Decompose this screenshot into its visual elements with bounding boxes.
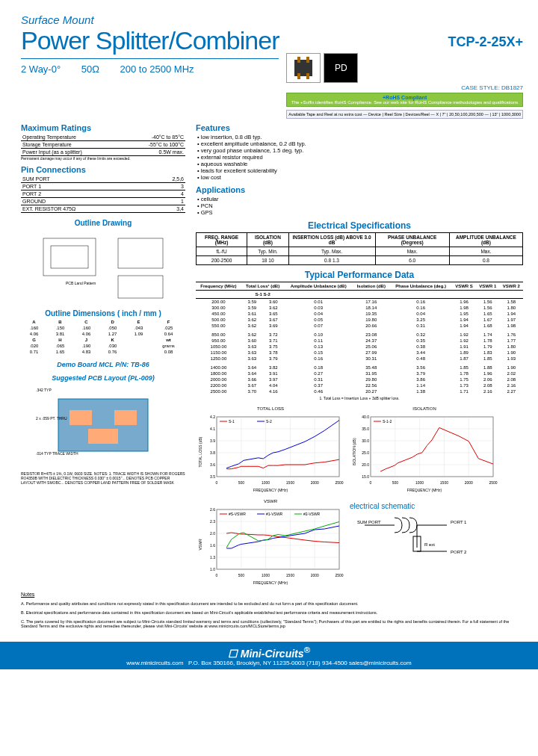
- max-note: Permanent damage may occur if any of the…: [21, 156, 185, 161]
- td: 200-2500: [197, 256, 247, 265]
- svg-rect-2: [306, 57, 309, 63]
- list-item: GPS: [197, 209, 523, 216]
- list-item: external resistor required: [197, 154, 523, 161]
- espec-title: Electrical Specifications: [196, 220, 523, 231]
- svg-text:FREQUENCY (MHz): FREQUENCY (MHz): [407, 488, 442, 492]
- svg-text:4.2: 4.2: [210, 415, 215, 419]
- apps-list: cellular PCN GPS: [196, 196, 523, 216]
- svg-text:2.6: 2.6: [210, 507, 215, 512]
- svg-rect-11: [69, 410, 92, 425]
- cell: Operating Temperature: [21, 134, 123, 141]
- svg-text:1500: 1500: [286, 573, 294, 577]
- footer-addr: P.O. Box 350166, Brooklyn, NY 11235-0003…: [188, 660, 412, 666]
- notes-title: Notes: [21, 592, 523, 597]
- header-row: Surface Mount Power Splitter/Combiner 2 …: [21, 13, 523, 119]
- cell: PORT 2: [21, 190, 152, 198]
- espec-table: FREQ. RANGE (MHz) ISOLATION (dB) INSERTI…: [196, 232, 523, 265]
- td: Max.: [375, 247, 449, 256]
- cell: SUM PORT: [21, 176, 152, 183]
- svg-text:500: 500: [238, 573, 245, 577]
- th: FREQ. RANGE (MHz): [197, 233, 247, 247]
- svg-rect-12: [114, 410, 137, 425]
- cell: 1: [152, 198, 185, 205]
- svg-text:25.0: 25.0: [362, 450, 369, 455]
- svg-text:0: 0: [370, 480, 372, 485]
- cell: 4: [152, 190, 185, 198]
- part-block: TCP-2-25X+ PD CASE STYLE: DB1827 +RoHS C…: [286, 13, 523, 119]
- note-c: C. The parts covered by this specificati…: [21, 619, 523, 628]
- svg-text:S-1: S-1: [229, 419, 235, 424]
- list-item: excellent amplitude unbalance, 0.2 dB ty…: [197, 140, 523, 147]
- cell: 3,4: [152, 205, 185, 213]
- svg-text:35.0: 35.0: [362, 427, 369, 431]
- demo-title2: Suggested PCB Layout (PL-009): [21, 374, 185, 382]
- svg-text:.014 TYP TRACE WIDTH: .014 TYP TRACE WIDTH: [36, 451, 78, 456]
- footer-url: www.minicircuits.com: [126, 660, 183, 666]
- td: fL-fU: [197, 247, 247, 256]
- svg-text:4.1: 4.1: [210, 427, 215, 431]
- svg-text:15.0: 15.0: [362, 474, 369, 479]
- rohs-badge: +RoHS Compliant The +Suffix identifies R…: [286, 93, 523, 107]
- list-item: cellular: [197, 196, 523, 202]
- svg-text:1000: 1000: [262, 480, 270, 485]
- ways: 2 Way-0°: [21, 63, 61, 75]
- svg-rect-8: [118, 238, 163, 268]
- features-title: Features: [196, 123, 523, 132]
- perf-title: Typical Performance Data: [196, 270, 523, 280]
- svg-text:PCB Land Pattern: PCB Land Pattern: [66, 281, 96, 285]
- pretitle: Surface Mount: [21, 13, 279, 26]
- list-item: low cost: [197, 174, 523, 181]
- svg-rect-6: [51, 246, 88, 268]
- svg-text:PORT 1: PORT 1: [451, 520, 467, 524]
- svg-rect-17: [217, 417, 339, 477]
- svg-text:3.5: 3.5: [210, 474, 215, 479]
- th: AMPLITUDE UNBALANCE (dB): [449, 233, 522, 247]
- cell: PORT 1: [21, 183, 152, 190]
- list-item: leads for excellent solderability: [197, 167, 523, 174]
- svg-text:0: 0: [216, 480, 218, 485]
- svg-text:ISOLATION (dB): ISOLATION (dB): [352, 438, 356, 465]
- cell: -40°C to 85°C: [123, 134, 186, 141]
- footer: ☐ Mini-Circuits® www.minicircuits.com P.…: [0, 642, 538, 669]
- svg-text:3.9: 3.9: [210, 439, 215, 443]
- case-style: CASE STYLE: DB1827: [286, 84, 523, 91]
- svg-text:TOTAL LOSS (dB): TOTAL LOSS (dB): [198, 436, 202, 467]
- max-ratings-title: Maximum Ratings: [21, 123, 185, 132]
- demo-title1: Demo Board MCL P/N: TB-86: [21, 361, 185, 368]
- columns: Maximum Ratings Operating Temperature-40…: [21, 119, 523, 587]
- main-title: Power Splitter/Combiner: [21, 26, 279, 55]
- datasheet-page: Surface Mount Power Splitter/Combiner 2 …: [0, 0, 538, 636]
- schematic-title: electrical schematic: [350, 502, 499, 510]
- svg-rect-13: [88, 429, 118, 444]
- outline-drawing-title: Outline Drawing: [21, 219, 185, 227]
- svg-text:S-1-2: S-1-2: [383, 419, 392, 424]
- pins-table: SUM PORT2,5,6 PORT 13 PORT 24 GROUND1 EX…: [21, 176, 185, 213]
- svg-text:2.0: 2.0: [210, 531, 215, 536]
- list-item: PCN: [197, 202, 523, 209]
- td: Typ. Min.: [247, 247, 288, 256]
- svg-text:1.6: 1.6: [210, 543, 215, 548]
- td: 0.8 1.3: [288, 256, 375, 265]
- cell: GROUND: [21, 198, 152, 205]
- svg-text:2.3: 2.3: [210, 519, 215, 524]
- dims-table: ABCDEF .160.150.160.050.043.025 4.063.81…: [21, 319, 185, 355]
- svg-rect-5: [43, 238, 96, 276]
- list-item: very good phase unbalance, 1.5 deg. typ.: [197, 147, 523, 154]
- charts-area: TOTAL LOSS 050010001500200025003.53.63.8…: [196, 406, 523, 587]
- product-photo: [286, 53, 321, 83]
- svg-text:3.6: 3.6: [210, 462, 215, 467]
- marking-thumb: PD: [324, 53, 358, 83]
- td: 6.0: [375, 256, 449, 265]
- chart-isolation: ISOLATION 0500100015002000250015.020.025…: [350, 406, 499, 495]
- impedance: 50Ω: [81, 63, 99, 75]
- svg-text:FREQUENCY (MHz): FREQUENCY (MHz): [253, 488, 288, 492]
- svg-text:VSWR: VSWR: [198, 539, 202, 550]
- list-item: aqueous washable: [197, 161, 523, 167]
- outline-drawing: PCB Land Pattern: [21, 229, 185, 303]
- cell: 2,5,6: [152, 176, 185, 183]
- cell: -55°C to 100°C: [123, 141, 186, 149]
- svg-text:40.0: 40.0: [362, 415, 369, 419]
- svg-text:500: 500: [392, 480, 399, 485]
- svg-text:1000: 1000: [262, 573, 270, 577]
- svg-text:2500: 2500: [489, 480, 497, 485]
